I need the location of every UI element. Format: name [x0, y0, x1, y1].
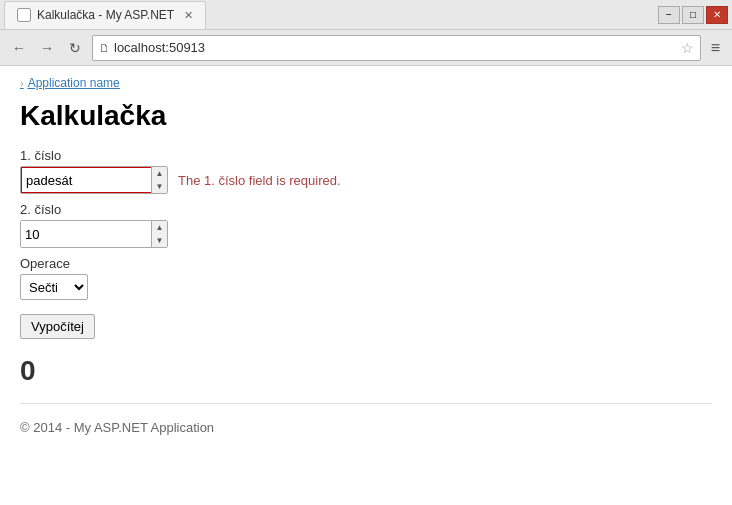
breadcrumb-separator: ›	[20, 77, 24, 89]
browser-toolbar: ← → ↻ 🗋 localhost:50913 ☆ ≡	[0, 30, 732, 66]
forward-button[interactable]: →	[36, 37, 58, 59]
page-title: Kalkulačka	[20, 100, 712, 132]
address-bar[interactable]: 🗋 localhost:50913 ☆	[92, 35, 701, 61]
operation-group: Operace Sečti Odečti Násob Vyděl	[20, 256, 712, 300]
operation-select-wrapper: Sečti Odečti Násob Vyděl	[20, 274, 712, 300]
breadcrumb-link[interactable]: Application name	[28, 76, 120, 90]
field2-group: 2. číslo ▲ ▼	[20, 202, 712, 248]
maximize-button[interactable]: □	[682, 6, 704, 24]
refresh-button[interactable]: ↻	[64, 37, 86, 59]
back-button[interactable]: ←	[8, 37, 30, 59]
tab-favicon	[17, 8, 31, 22]
title-bar: Kalkulačka - My ASP.NET ✕ − □ ✕	[0, 0, 732, 30]
field2-input[interactable]	[21, 221, 151, 247]
field2-up-button[interactable]: ▲	[152, 221, 167, 234]
tab-close-icon[interactable]: ✕	[184, 9, 193, 22]
browser-menu-icon[interactable]: ≡	[707, 37, 724, 59]
breadcrumb[interactable]: › Application name	[20, 76, 712, 90]
footer-divider	[20, 403, 712, 404]
minimize-button[interactable]: −	[658, 6, 680, 24]
browser-window: Kalkulačka - My ASP.NET ✕ − □ ✕ ← → ↻ 🗋 …	[0, 0, 732, 505]
field1-label: 1. číslo	[20, 148, 712, 163]
field1-row: ▲ ▼ The 1. číslo field is required.	[20, 166, 712, 194]
calculate-button[interactable]: Vypočítej	[20, 314, 95, 339]
field1-up-button[interactable]: ▲	[152, 167, 167, 180]
browser-tab[interactable]: Kalkulačka - My ASP.NET ✕	[4, 1, 206, 29]
page-content: › Application name Kalkulačka 1. číslo ▲…	[0, 66, 732, 505]
field1-down-button[interactable]: ▼	[152, 180, 167, 193]
bookmark-icon[interactable]: ☆	[681, 40, 694, 56]
field1-spinner: ▲ ▼	[151, 167, 167, 193]
result-display: 0	[20, 355, 712, 387]
operation-select[interactable]: Sečti Odečti Násob Vyděl	[20, 274, 88, 300]
field2-label: 2. číslo	[20, 202, 712, 217]
close-button[interactable]: ✕	[706, 6, 728, 24]
field2-spinner: ▲ ▼	[151, 221, 167, 247]
title-bar-left: Kalkulačka - My ASP.NET ✕	[0, 1, 658, 29]
footer-text: © 2014 - My ASP.NET Application	[20, 414, 712, 441]
field1-error: The 1. číslo field is required.	[178, 173, 341, 188]
window-controls: − □ ✕	[658, 6, 732, 24]
field1-input-wrapper: ▲ ▼	[20, 166, 168, 194]
field1-group: 1. číslo ▲ ▼ The 1. číslo field is requi…	[20, 148, 712, 194]
operation-label: Operace	[20, 256, 712, 271]
address-text: localhost:50913	[114, 40, 677, 55]
tab-title: Kalkulačka - My ASP.NET	[37, 8, 174, 22]
field1-input[interactable]	[21, 167, 151, 193]
field2-input-wrapper: ▲ ▼	[20, 220, 168, 248]
page-icon: 🗋	[99, 42, 110, 54]
field2-down-button[interactable]: ▼	[152, 234, 167, 247]
